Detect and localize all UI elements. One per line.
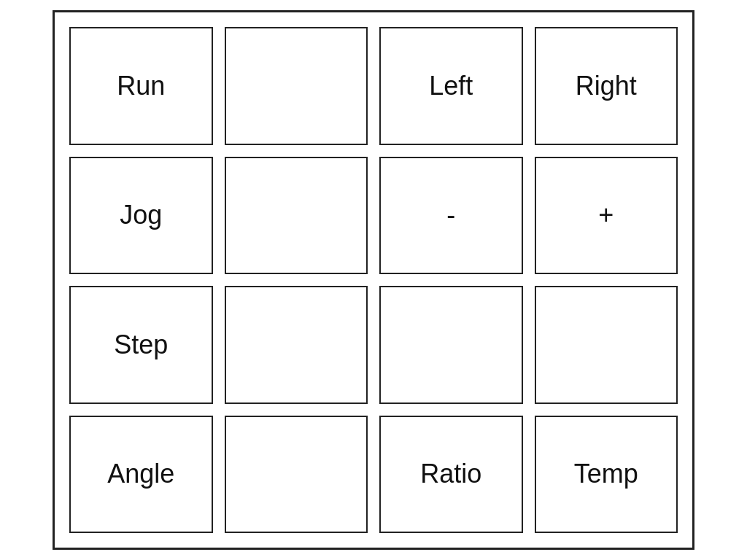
empty-button-6[interactable] <box>225 416 368 534</box>
step-button[interactable]: Step <box>69 286 213 404</box>
run-button[interactable]: Run <box>69 27 213 145</box>
plus-button[interactable]: + <box>535 157 678 275</box>
temp-button[interactable]: Temp <box>535 416 678 534</box>
angle-button[interactable]: Angle <box>69 416 213 534</box>
empty-button-2[interactable] <box>225 157 368 275</box>
outer-border: Run Left Right Jog - + Step Angle Ratio … <box>53 10 694 550</box>
empty-button-5[interactable] <box>535 286 678 404</box>
jog-button[interactable]: Jog <box>69 157 213 275</box>
empty-button-1[interactable] <box>225 27 368 145</box>
left-button[interactable]: Left <box>379 27 523 145</box>
button-grid: Run Left Right Jog - + Step Angle Ratio … <box>69 27 678 533</box>
minus-button[interactable]: - <box>379 157 523 275</box>
ratio-button[interactable]: Ratio <box>379 416 523 534</box>
empty-button-3[interactable] <box>225 286 368 404</box>
empty-button-4[interactable] <box>379 286 523 404</box>
right-button[interactable]: Right <box>535 27 678 145</box>
